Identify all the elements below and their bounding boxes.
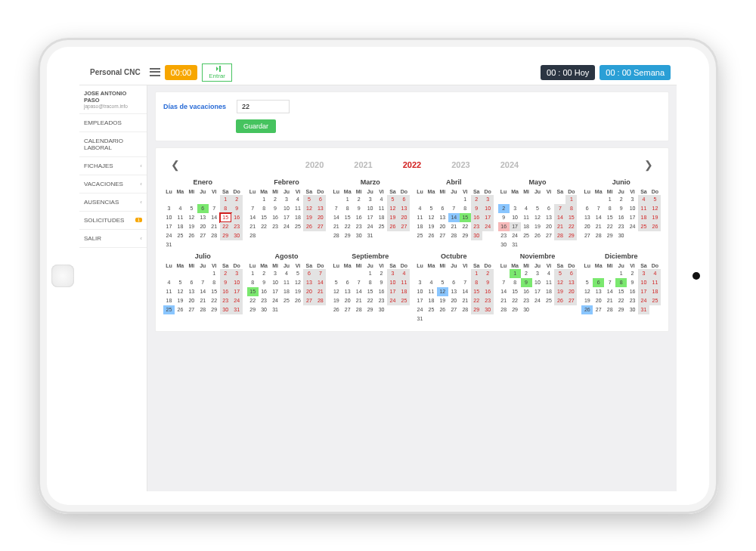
- day-cell[interactable]: 17: [364, 213, 376, 222]
- day-cell[interactable]: 20: [593, 296, 604, 305]
- day-cell[interactable]: 4: [649, 269, 661, 278]
- day-cell[interactable]: 3: [163, 204, 175, 213]
- day-cell[interactable]: 4: [414, 204, 426, 213]
- year-tab[interactable]: 2020: [305, 160, 324, 169]
- day-cell[interactable]: 5: [387, 195, 398, 204]
- day-cell[interactable]: 5: [303, 195, 314, 204]
- day-cell[interactable]: 1: [364, 269, 376, 278]
- day-cell[interactable]: 19: [426, 222, 437, 231]
- day-cell[interactable]: 19: [303, 213, 314, 222]
- day-cell[interactable]: 10: [387, 278, 398, 287]
- day-cell[interactable]: 7: [330, 204, 342, 213]
- day-cell[interactable]: 26: [437, 305, 448, 314]
- day-cell[interactable]: 25: [376, 222, 387, 231]
- vacation-days-input[interactable]: [237, 100, 290, 113]
- day-cell[interactable]: 16: [615, 213, 627, 222]
- day-cell[interactable]: 29: [247, 305, 259, 314]
- day-cell[interactable]: 27: [565, 296, 577, 305]
- day-cell[interactable]: 25: [521, 231, 532, 240]
- day-cell[interactable]: 30: [627, 305, 638, 314]
- day-cell[interactable]: 5: [532, 204, 544, 213]
- day-cell[interactable]: 3: [387, 269, 398, 278]
- day-cell[interactable]: 12: [426, 213, 437, 222]
- day-cell[interactable]: 9: [231, 204, 243, 213]
- day-cell[interactable]: 24: [627, 222, 638, 231]
- day-cell[interactable]: 2: [482, 269, 494, 278]
- day-cell[interactable]: 17: [482, 213, 494, 222]
- day-cell[interactable]: 7: [604, 278, 615, 287]
- day-cell[interactable]: 28: [460, 305, 471, 314]
- year-tab[interactable]: 2022: [403, 160, 421, 169]
- day-cell[interactable]: 18: [649, 287, 661, 296]
- day-cell[interactable]: 18: [398, 287, 410, 296]
- day-cell[interactable]: 20: [303, 287, 314, 296]
- sidebar-item[interactable]: FICHAJES‹: [79, 157, 147, 175]
- day-cell[interactable]: 27: [593, 305, 604, 314]
- day-cell[interactable]: 30: [220, 305, 231, 314]
- day-cell[interactable]: 12: [554, 278, 565, 287]
- day-cell[interactable]: 14: [498, 287, 510, 296]
- day-cell[interactable]: 18: [376, 213, 387, 222]
- day-cell[interactable]: 30: [376, 305, 387, 314]
- day-cell[interactable]: 11: [398, 278, 410, 287]
- day-cell[interactable]: 26: [387, 222, 398, 231]
- day-cell[interactable]: 29: [510, 305, 521, 314]
- day-cell[interactable]: 18: [543, 287, 554, 296]
- day-cell[interactable]: 16: [231, 213, 243, 222]
- day-cell[interactable]: 6: [437, 204, 448, 213]
- day-cell[interactable]: 25: [163, 305, 175, 314]
- day-cell[interactable]: 21: [460, 296, 471, 305]
- day-cell[interactable]: 10: [231, 278, 243, 287]
- day-cell[interactable]: 7: [209, 204, 220, 213]
- day-cell[interactable]: 30: [498, 240, 510, 249]
- day-cell[interactable]: 28: [448, 231, 460, 240]
- day-cell[interactable]: 3: [281, 195, 293, 204]
- day-cell[interactable]: 15: [510, 287, 521, 296]
- save-button[interactable]: Guardar: [236, 119, 276, 133]
- day-cell[interactable]: 14: [554, 213, 565, 222]
- day-cell[interactable]: 2: [471, 195, 482, 204]
- day-cell[interactable]: 23: [220, 296, 231, 305]
- day-cell[interactable]: 12: [186, 213, 197, 222]
- day-cell[interactable]: 5: [186, 204, 197, 213]
- day-cell[interactable]: 13: [437, 213, 448, 222]
- day-cell[interactable]: 14: [593, 213, 604, 222]
- day-cell[interactable]: 31: [364, 231, 376, 240]
- day-cell[interactable]: 24: [231, 296, 243, 305]
- day-cell[interactable]: 26: [532, 231, 544, 240]
- day-cell[interactable]: 15: [220, 213, 231, 222]
- day-cell[interactable]: 18: [638, 213, 649, 222]
- day-cell[interactable]: 2: [231, 195, 243, 204]
- day-cell[interactable]: 8: [565, 204, 577, 213]
- day-cell[interactable]: 15: [209, 287, 220, 296]
- day-cell[interactable]: 9: [482, 278, 494, 287]
- day-cell[interactable]: 13: [448, 287, 460, 296]
- day-cell[interactable]: 11: [521, 213, 532, 222]
- day-cell[interactable]: 1: [259, 195, 270, 204]
- day-cell[interactable]: 29: [460, 231, 471, 240]
- day-cell[interactable]: 30: [231, 231, 243, 240]
- day-cell[interactable]: 7: [448, 204, 460, 213]
- day-cell[interactable]: 4: [521, 204, 532, 213]
- day-cell[interactable]: 19: [330, 296, 342, 305]
- day-cell[interactable]: 15: [604, 213, 615, 222]
- day-cell[interactable]: 20: [581, 222, 593, 231]
- day-cell[interactable]: 17: [387, 287, 398, 296]
- day-cell[interactable]: 10: [627, 204, 638, 213]
- day-cell[interactable]: 27: [342, 305, 353, 314]
- day-cell[interactable]: 18: [292, 213, 303, 222]
- day-cell[interactable]: 5: [175, 278, 186, 287]
- day-cell[interactable]: 3: [414, 278, 426, 287]
- day-cell[interactable]: 21: [353, 296, 364, 305]
- day-cell[interactable]: 6: [593, 278, 604, 287]
- day-cell[interactable]: 8: [510, 278, 521, 287]
- day-cell[interactable]: 21: [448, 222, 460, 231]
- day-cell[interactable]: 26: [186, 231, 197, 240]
- day-cell[interactable]: 17: [231, 287, 243, 296]
- day-cell[interactable]: 2: [353, 195, 364, 204]
- day-cell[interactable]: 17: [532, 287, 544, 296]
- day-cell[interactable]: 20: [314, 213, 326, 222]
- day-cell[interactable]: 17: [510, 222, 521, 231]
- day-cell[interactable]: 6: [565, 269, 577, 278]
- day-cell[interactable]: 20: [543, 222, 554, 231]
